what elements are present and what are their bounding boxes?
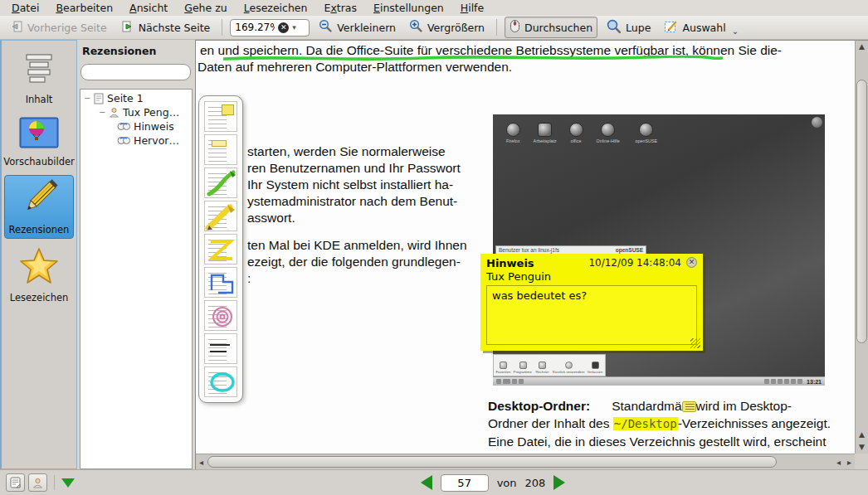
magnifier-tool-button[interactable]: Lupe <box>602 17 655 38</box>
tree-item-hinweis[interactable]: Hinweis <box>80 119 192 133</box>
expander-icon[interactable]: − <box>99 108 105 117</box>
reviews-panel-title: Rezensionen <box>80 43 193 64</box>
filter-dropdown-icon[interactable] <box>61 478 75 488</box>
zoom-out-button[interactable]: Verkleinern <box>315 17 400 37</box>
blue-polygon-tool-icon[interactable] <box>204 267 237 298</box>
group-by-author-toggle-button[interactable] <box>28 473 47 492</box>
previous-page-label: Vorherige Seite <box>27 22 107 34</box>
scroll-left-icon[interactable]: ◂ <box>833 458 844 467</box>
scrollbar-corner <box>855 454 868 469</box>
kickoff-tab-programme: Programme <box>513 362 533 374</box>
menu-ansicht[interactable]: Ansicht <box>121 1 176 15</box>
tree-item-author[interactable]: − Tux Peng… <box>80 105 192 119</box>
next-page-icon <box>120 20 134 36</box>
menu-gehe-zu[interactable]: Gehe zu <box>176 1 235 15</box>
sidebar-item-vorschaubilder[interactable]: Vorschaubilder <box>4 113 74 170</box>
scroll-up-icon[interactable]: ▲ <box>856 429 868 441</box>
clear-zoom-icon[interactable]: ✕ <box>278 22 289 33</box>
document-view[interactable]: en und speichern. Da die Office-Suite fü… <box>195 40 868 469</box>
horizontal-scroll-track[interactable] <box>207 454 833 469</box>
desktop-icon-opensuse: openSUSE <box>632 123 660 143</box>
toolbar-separator <box>222 19 222 36</box>
page-of-label: von <box>497 477 517 489</box>
computer-icon <box>539 362 546 369</box>
menu-hilfe[interactable]: Hilfe <box>452 1 492 15</box>
show-notes-toggle-button[interactable] <box>6 473 25 492</box>
scroll-right-icon[interactable]: ▸ <box>844 458 855 467</box>
menu-lesezeichen[interactable]: Lesezeichen <box>236 1 316 15</box>
cyan-ellipse-tool-icon[interactable] <box>204 366 237 397</box>
horizontal-scrollbar[interactable]: ◂ ◂ ▸ <box>196 454 855 469</box>
kickoff-tab-rechner: Rechner <box>534 362 551 374</box>
zoom-value-input[interactable] <box>235 22 275 33</box>
pink-stamp-tool-icon[interactable] <box>204 300 237 331</box>
sidebar-item-label: Vorschaubilder <box>3 156 74 167</box>
next-page-button[interactable]: Nächste Seite <box>116 18 215 37</box>
author-icon <box>109 107 119 118</box>
close-icon[interactable]: ✕ <box>686 257 697 268</box>
leave-icon <box>592 362 599 369</box>
caption-line: Eine Datei, die in dieses Verzeichnis ge… <box>488 433 836 450</box>
inline-note-annotation-icon[interactable] <box>682 401 696 412</box>
sidebar-item-lesezeichen[interactable]: Lesezeichen <box>4 244 74 306</box>
bottom-bar: von 208 <box>0 469 868 495</box>
scroll-up-icon[interactable]: ▲ <box>856 41 868 53</box>
yellow-highlighter-tool-icon[interactable] <box>204 201 237 231</box>
sidebar-iconbar: Inhalt Vorschaubilder Rezensionen Leseze… <box>0 40 77 469</box>
page-total: 208 <box>525 477 546 489</box>
vertical-scroll-thumb[interactable] <box>856 80 867 343</box>
reviews-pencil-icon <box>19 179 59 221</box>
annotation-note-popup[interactable]: Hinweis 10/12/09 14:48:04 ✕ Tux Penguin … <box>480 254 703 351</box>
menu-datei[interactable]: Datei <box>3 1 47 15</box>
black-underline-tool-icon[interactable] <box>204 333 237 364</box>
menu-einstellungen[interactable]: Einstellungen <box>365 1 452 15</box>
previous-page-button[interactable]: Vorherige Seite <box>5 18 111 37</box>
reviews-search-input[interactable] <box>80 64 191 80</box>
scroll-left-icon[interactable]: ◂ <box>196 458 207 467</box>
browse-tool-button[interactable]: Durchsuchen <box>505 17 597 38</box>
page-navigation: von 208 <box>118 474 868 492</box>
document-paragraph: ten Mal bei KDE anmelden, wird Ihnen eze… <box>247 237 467 287</box>
menu-bearbeiten[interactable]: Bearbeiten <box>47 1 121 15</box>
vertical-scroll-track[interactable] <box>856 53 868 429</box>
popup-note-tool-icon[interactable] <box>204 101 237 132</box>
caption-line: Ordner der Inhalt des ~/Desktop-Verzeich… <box>488 415 836 433</box>
tree-item-page[interactable]: − Seite 1 <box>80 91 192 105</box>
tree-item-hervorhebung[interactable]: Hervor… <box>80 133 192 148</box>
chevron-down-icon[interactable]: ⌄ <box>732 27 739 36</box>
horizontal-scroll-thumb[interactable] <box>207 456 777 468</box>
zoom-in-label: Vergrößern <box>427 22 485 34</box>
inline-note-tool-icon[interactable] <box>204 134 237 165</box>
tooltip-user-text: Benutzer tux an linux-j1fs <box>499 247 559 253</box>
reviews-tree: − Seite 1 − Tux Peng… Hinweis Hervor… <box>80 89 193 469</box>
chevron-down-icon[interactable]: ▾ <box>292 23 296 32</box>
note-body-text[interactable]: was bedeutet es? <box>486 285 697 345</box>
desktop-icon-firefox: Firefox <box>500 123 527 143</box>
document-caption: Desktop-Ordner:Standardmäwird im Desktop… <box>488 397 836 454</box>
current-page-input[interactable] <box>441 474 489 492</box>
menu-extras[interactable]: Extras <box>315 1 365 15</box>
tree-item-label: Hinweis <box>134 120 174 133</box>
selection-tool-button[interactable]: Auswahl ⌄ <box>660 17 743 37</box>
document-text-line: Daten auf mehreren Computer-Plattformen … <box>197 60 512 75</box>
kickoff-tab-favoriten: Favoriten <box>495 362 512 374</box>
sidebar-item-inhalt[interactable]: Inhalt <box>4 47 74 108</box>
previous-page-arrow-icon[interactable] <box>421 475 432 490</box>
scroll-down-icon[interactable]: ▼ <box>856 441 868 454</box>
zoom-combo-box[interactable]: ✕ ▾ <box>230 19 310 36</box>
bookmarks-star-icon <box>19 247 59 289</box>
kickoff-tab-verlassen: Verlassen <box>587 362 604 374</box>
zoom-in-button[interactable]: Vergrößern <box>405 17 489 37</box>
green-freehand-tool-icon[interactable] <box>204 167 237 198</box>
sidebar-item-rezensionen[interactable]: Rezensionen <box>4 175 74 239</box>
expander-icon[interactable]: − <box>84 94 90 103</box>
note-resize-grip[interactable] <box>690 338 700 348</box>
help-icon <box>601 123 615 137</box>
yellow-line-tool-icon[interactable] <box>204 234 237 264</box>
reviews-panel: Rezensionen − Seite 1 − Tux Peng… Hinwei… <box>77 40 195 469</box>
author-icon <box>32 478 43 488</box>
next-page-arrow-icon[interactable] <box>553 475 565 490</box>
separator <box>54 475 55 490</box>
annotation-toolbar <box>198 95 243 403</box>
vertical-scrollbar[interactable]: ▲ ▲ ▼ <box>855 41 868 454</box>
